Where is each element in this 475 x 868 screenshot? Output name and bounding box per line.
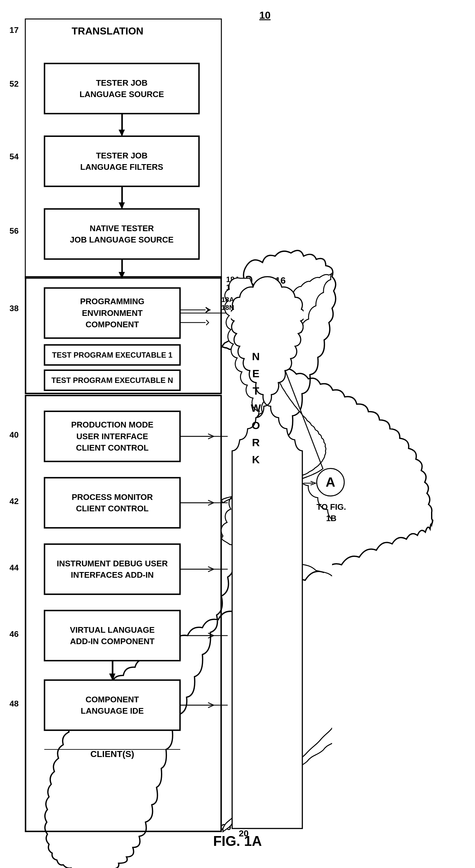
figure-number: 10 [259,9,271,21]
virtual-lang-box: VIRTUAL LANGUAGEADD-IN COMPONENT [44,610,180,661]
arrow-1 [121,113,124,136]
network-region [231,275,304,832]
circle-a: A [316,468,345,496]
ref-44: 44 [9,563,19,573]
label-18a: 18A [221,296,234,304]
test-prog-n-box: TEST PROGRAM EXECUTABLE N [44,370,180,391]
proc-monitor-arrow [180,496,243,509]
network-to-a-arrow [304,480,319,486]
fig-caption: FIG. 1A [0,833,475,849]
virtual-lang-arrow [180,629,243,642]
component-lang-arrow [180,699,243,711]
ref-40: 40 [9,430,19,440]
translation-label: TRANSLATION [60,25,155,37]
prod-mode-arrow [180,430,243,443]
test-prog-1-box: TEST PROGRAM EXECUTABLE 1 [44,345,180,365]
svg-marker-30 [121,130,124,136]
ref-52: 52 [9,79,19,89]
ref-46: 46 [9,629,19,639]
proc-monitor-box: PROCESS MONITORCLIENT CONTROL [44,477,180,528]
diagram-container: 10 TRANSLATION TESTER JOBLANGUAGE SOURCE… [0,0,475,868]
native-tester-box: NATIVE TESTERJOB LANGUAGE SOURCE [44,209,199,259]
ref-17: 17 [9,25,19,35]
component-lang-box: COMPONENTLANGUAGE IDE [44,680,180,731]
ref-54: 54 [9,152,19,162]
arrow-vl-cl [111,660,115,681]
instrument-debug-box: INSTRUMENT DEBUG USERINTERFACES ADD-IN [44,544,180,594]
prog-env-box: PROGRAMMINGENVIRONMENTCOMPONENT [44,288,180,338]
clients-label: CLIENT(S) [44,746,180,762]
ref-48: 48 [9,699,19,709]
arrow-2 [121,186,124,209]
tester-job-filters-box: TESTER JOBLANGUAGE FILTERS [44,136,199,187]
network-label: NETWORK [251,348,261,468]
ref-56: 56 [9,226,19,236]
arrow-3 [121,259,124,278]
label-18n: 18N [221,304,234,312]
instrument-debug-arrow [180,563,243,576]
to-fig-label: TO FIG. 1B [313,501,349,524]
tester-job-source-box: TESTER JOBLANGUAGE SOURCE [44,63,199,114]
prod-mode-box: PRODUCTION MODEUSER INTERFACECLIENT CONT… [44,411,180,462]
ref-42: 42 [9,496,19,506]
svg-marker-32 [121,203,124,209]
ref-38: 38 [9,304,19,313]
